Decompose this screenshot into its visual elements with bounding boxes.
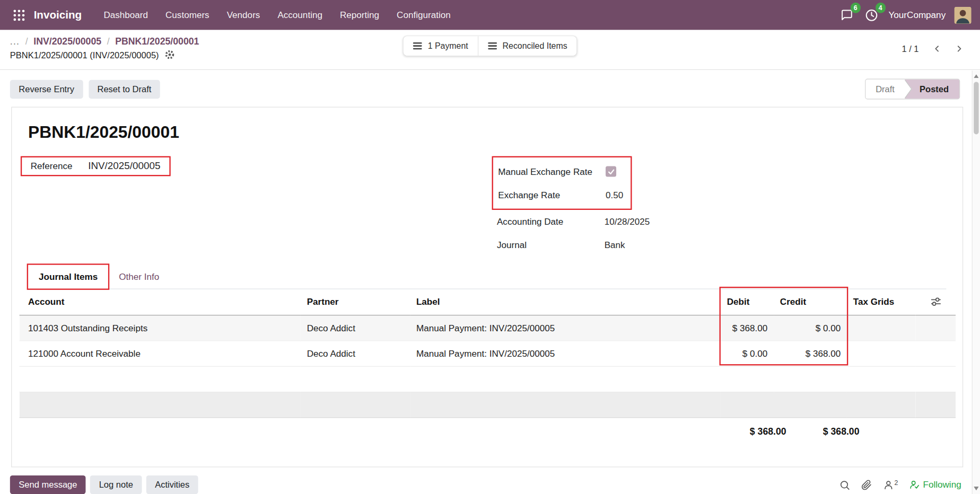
journal-item-row[interactable]: 121000 Account Receivable Deco Addict Ma… <box>20 340 956 366</box>
journal-label: Journal <box>497 240 605 250</box>
column-header-account[interactable]: Account <box>20 289 301 315</box>
payment-smart-button-label: 1 Payment <box>428 41 468 51</box>
cell-partner[interactable]: Deco Addict <box>301 340 410 366</box>
optional-columns-icon[interactable] <box>930 297 941 307</box>
avatar-image <box>955 6 972 23</box>
paperclip-icon <box>861 480 872 490</box>
form-statusbar-strip: Reverse Entry Reset to Draft Draft Poste… <box>0 70 980 107</box>
top-navbar: Invoicing Dashboard Customers Vendors Ac… <box>0 0 980 30</box>
exchange-rate-value: 0.50 <box>606 190 623 200</box>
cell-tax-grids[interactable] <box>847 315 916 340</box>
app-name[interactable]: Invoicing <box>34 8 82 22</box>
total-credit: $ 368.00 <box>794 426 860 436</box>
attachments-button[interactable] <box>861 480 872 490</box>
chevron-left-icon <box>932 43 942 54</box>
cell-label[interactable]: Manual Payment: INV/2025/00005 <box>410 315 721 340</box>
notebook-tabs: Journal Items Other Info <box>28 265 946 289</box>
messages-icon[interactable]: 6 <box>838 7 855 23</box>
scrollbar-thumb[interactable] <box>974 82 978 134</box>
odoo-app-window: Invoicing Dashboard Customers Vendors Ac… <box>0 0 980 494</box>
reconciled-items-smart-button-label: Reconciled Items <box>503 41 567 51</box>
field-group-left: Reference INV/2025/00005 <box>28 156 497 257</box>
chatter-actions: 2 Following <box>839 480 961 490</box>
menu-customers[interactable]: Customers <box>158 6 217 24</box>
journal-item-row[interactable]: 101403 Outstanding Receipts Deco Addict … <box>20 315 956 340</box>
reverse-entry-button[interactable]: Reverse Entry <box>10 80 83 98</box>
cell-credit[interactable]: $ 0.00 <box>774 315 847 340</box>
column-header-options <box>916 289 956 315</box>
field-groups: Reference INV/2025/00005 Manual Exchange… <box>28 156 946 257</box>
reset-to-draft-button[interactable]: Reset to Draft <box>89 80 160 98</box>
chevron-right-icon <box>955 43 965 54</box>
status-posted[interactable]: Posted <box>905 80 959 99</box>
following-toggle[interactable]: Following <box>909 480 961 490</box>
breadcrumb-separator: / <box>25 36 28 46</box>
empty-row <box>20 392 956 417</box>
log-note-button[interactable]: Log note <box>90 475 142 494</box>
activities-icon[interactable]: 4 <box>863 7 880 23</box>
cell-account[interactable]: 121000 Account Receivable <box>20 340 301 366</box>
reference-annotation: Reference INV/2025/00005 <box>21 156 170 177</box>
reconciled-items-smart-button[interactable]: Reconciled Items <box>477 36 576 56</box>
status-draft[interactable]: Draft <box>865 80 904 99</box>
pager-next-button[interactable] <box>951 41 968 57</box>
table-header-row: Account Partner Label Debit Credit Tax G… <box>20 289 956 315</box>
search-icon <box>839 480 850 490</box>
menu-accounting[interactable]: Accounting <box>269 6 330 24</box>
cell-debit[interactable]: $ 0.00 <box>721 340 774 366</box>
apps-menu-icon[interactable] <box>10 6 28 24</box>
status-arrow-icon <box>905 80 913 99</box>
reference-label: Reference <box>31 161 88 171</box>
column-header-tax-grids[interactable]: Tax Grids <box>847 289 916 315</box>
gear-icon[interactable] <box>164 49 175 60</box>
systray: 6 4 YourCompany <box>838 6 971 23</box>
breadcrumb-parent-link[interactable]: INV/2025/00005 <box>33 36 101 46</box>
menu-configuration[interactable]: Configuration <box>389 6 459 24</box>
company-switcher[interactable]: YourCompany <box>889 10 946 20</box>
tab-journal-items[interactable]: Journal Items <box>28 265 108 289</box>
control-panel: ... / INV/2025/00005 / PBNK1/2025/00001 … <box>0 30 980 70</box>
cell-debit[interactable]: $ 368.00 <box>721 315 774 340</box>
cell-credit[interactable]: $ 368.00 <box>774 340 847 366</box>
scroll-up-icon[interactable] <box>973 72 980 81</box>
menu-reporting[interactable]: Reporting <box>332 6 388 24</box>
breadcrumb-separator: / <box>107 36 110 46</box>
followers-count: 2 <box>894 478 898 486</box>
following-check-icon <box>909 480 920 490</box>
search-messages-button[interactable] <box>839 480 850 490</box>
form-view: PBNK1/2025/00001 Reference INV/2025/0000… <box>0 107 980 467</box>
check-icon <box>607 167 615 175</box>
total-debit: $ 368.00 <box>669 426 786 436</box>
manual-exchange-rate-checkbox[interactable] <box>606 166 616 177</box>
column-header-debit[interactable]: Debit <box>721 289 774 315</box>
payment-smart-button[interactable]: 1 Payment <box>404 36 478 56</box>
column-header-partner[interactable]: Partner <box>301 289 410 315</box>
form-sheet: PBNK1/2025/00001 Reference INV/2025/0000… <box>11 107 963 467</box>
activities-button[interactable]: Activities <box>146 475 198 494</box>
send-message-button[interactable]: Send message <box>10 475 86 494</box>
accounting-date-label: Accounting Date <box>497 216 605 226</box>
cell-account[interactable]: 101403 Outstanding Receipts <box>20 315 301 340</box>
menu-dashboard[interactable]: Dashboard <box>95 6 156 24</box>
empty-row <box>20 366 956 392</box>
cell-label[interactable]: Manual Payment: INV/2025/00005 <box>410 340 721 366</box>
breadcrumb-ellipsis[interactable]: ... <box>10 36 20 46</box>
record-subtitle: PBNK1/2025/00001 (INV/2025/00005) <box>10 50 159 60</box>
list-icon <box>487 42 497 50</box>
list-icon <box>413 42 422 50</box>
column-header-label[interactable]: Label <box>410 289 721 315</box>
tab-other-info[interactable]: Other Info <box>108 265 170 289</box>
vertical-scrollbar[interactable] <box>972 70 980 494</box>
followers-button[interactable]: 2 <box>883 480 898 490</box>
breadcrumb-current-link[interactable]: PBNK1/2025/00001 <box>115 36 199 46</box>
statusbar: Draft Posted <box>865 78 960 99</box>
user-avatar[interactable] <box>955 6 972 23</box>
main-menu: Dashboard Customers Vendors Accounting R… <box>95 6 459 24</box>
menu-vendors[interactable]: Vendors <box>218 6 268 24</box>
cell-tax-grids[interactable] <box>847 340 916 366</box>
pager-previous-button[interactable] <box>929 41 945 57</box>
column-header-credit[interactable]: Credit <box>774 289 847 315</box>
journal-items-table: Account Partner Label Debit Credit Tax G… <box>20 289 956 418</box>
cell-partner[interactable]: Deco Addict <box>301 315 410 340</box>
scroll-down-icon[interactable] <box>973 484 980 493</box>
